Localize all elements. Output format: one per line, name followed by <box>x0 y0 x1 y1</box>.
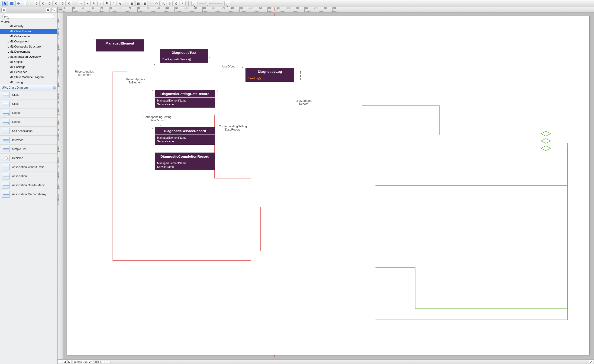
library-view-icon[interactable]: ▤ <box>1 8 6 12</box>
tree-layout-3[interactable]: ⌬ <box>47 1 53 6</box>
uml-class-managed-element[interactable]: ManagedElement <box>96 40 144 52</box>
uml-class-diagnostic-log[interactable]: DiagnosticLog ClearLog() <box>245 68 294 82</box>
multiplicity: 1 <box>300 77 301 81</box>
grid-view-icon[interactable]: ▦ <box>45 8 50 12</box>
tree-item[interactable]: UML Collaboration <box>0 34 57 39</box>
align-3[interactable]: ▦ <box>142 1 148 6</box>
multiplicity: * <box>216 135 218 138</box>
tree-root[interactable]: UML <box>0 20 57 24</box>
table-tool[interactable] <box>22 1 28 6</box>
stencil-item[interactable]: Association Many-to-Many <box>0 190 57 199</box>
tree-item[interactable]: UML Sequence <box>0 70 57 75</box>
stamp-tool[interactable]: ⎙ <box>173 1 179 6</box>
ellipse-tool[interactable] <box>15 1 21 6</box>
assoc-label: RecordApplies ToElement <box>126 78 145 84</box>
align-2[interactable]: ▦ <box>135 1 141 6</box>
stencil-icon <box>2 92 10 98</box>
uml-title: DiagnosticLog <box>246 68 294 75</box>
fit-page-icon[interactable]: ⤢ <box>589 360 593 364</box>
assoc-label: RecordApplies ToElement <box>75 70 94 77</box>
stencil-icon <box>2 101 10 107</box>
drawing-paper[interactable]: ManagedElement DiagnosticTest RunDiagnos… <box>67 16 589 355</box>
pause-icon[interactable]: ‖ <box>58 360 62 364</box>
search-toggle-icon[interactable]: 🔍 <box>51 8 56 12</box>
tree-item[interactable]: UML Object <box>0 59 57 65</box>
stencil-item[interactable]: Object <box>0 118 57 126</box>
tree-item[interactable]: UML State Machine Diagram <box>0 75 57 80</box>
connector-1[interactable]: ↘ <box>78 1 84 6</box>
stencil-item[interactable]: Association <box>0 172 57 181</box>
next-page-button[interactable]: ▶ <box>67 360 71 364</box>
stencil-icon <box>2 119 10 125</box>
stencil-label: Object <box>12 111 20 114</box>
tree-layout-6[interactable]: ⌬ <box>66 1 72 6</box>
tree-item[interactable]: UML Deployment <box>0 49 57 54</box>
canvas-area[interactable]: mm 0102030405060708090100110120130140150… <box>58 7 594 359</box>
zoom-fit[interactable]: 🔍 <box>160 1 166 6</box>
tree-item[interactable]: UML Class Diagram <box>0 29 57 34</box>
tree-layout-2[interactable]: ⌬ <box>40 1 46 6</box>
uml-class-completion-record[interactable]: DiagnosticCompletionRecord ManagedElemen… <box>155 152 215 170</box>
vertical-ruler: 1020304050607080901001101201301401501601… <box>58 13 63 359</box>
sidebar-search-input[interactable] <box>2 14 55 19</box>
stepper-icon[interactable]: ▴▾ <box>89 361 92 363</box>
stencil-item[interactable]: Simple List <box>0 145 57 154</box>
stencil-label: Self Association <box>12 129 33 133</box>
stencil-item[interactable]: Association One-to-Many <box>0 181 57 190</box>
uml-class-setting-data-record[interactable]: DiagnosticSettingDataRecord ManagedEleme… <box>155 90 215 108</box>
connector-5[interactable]: ⇅ <box>104 1 110 6</box>
stencil-item[interactable]: Self Association <box>0 126 57 136</box>
stencil-item[interactable]: Decision <box>0 154 57 163</box>
zoom-out-button[interactable]: －🔍 <box>191 1 197 6</box>
uml-class-service-record[interactable]: DiagnosticServiceRecord ManagedElementNa… <box>155 127 215 145</box>
rect-tool[interactable] <box>9 1 15 6</box>
tree-item[interactable]: UML Composite Structure <box>0 44 57 49</box>
connector-4[interactable]: ↳ <box>97 1 103 6</box>
stencil-icon <box>2 191 10 198</box>
zoom-actual[interactable]: ⟳ <box>154 1 160 6</box>
tree-item[interactable]: UML Activity <box>0 24 57 29</box>
horizontal-ruler: 0102030405060708090100110120130140150160… <box>63 7 594 13</box>
sidebar-search[interactable] <box>2 14 55 19</box>
tree-item[interactable]: UML Timing <box>0 80 57 85</box>
connector-2[interactable]: ↘ <box>84 1 90 6</box>
stencil-item[interactable]: Association without Ratio <box>0 163 57 172</box>
zoom-slider[interactable] <box>199 3 223 4</box>
stencil-section-tab[interactable]: UML Class Diagram × <box>0 85 57 90</box>
prev-page-button[interactable]: ◀ <box>63 360 67 364</box>
zoom-indicator[interactable]: Custom 76% ▴▾ <box>73 360 93 364</box>
zoom-in-button[interactable]: ＋🔍 <box>224 1 230 6</box>
multiplicity: * <box>152 127 153 131</box>
stencil-icon <box>2 182 10 188</box>
tree-layout-5[interactable]: ⌬ <box>60 1 66 6</box>
multiplicity: 1 <box>300 74 301 77</box>
close-icon[interactable]: × <box>53 86 56 89</box>
tree-item[interactable]: UML Interaction Overview <box>0 54 57 59</box>
multiplicity: * <box>152 89 153 93</box>
uml-title: ManagedElement <box>96 40 144 47</box>
edit-tool[interactable]: ✎ <box>180 1 186 6</box>
stencil-item[interactable]: Object <box>0 108 57 118</box>
stencil-icon <box>2 128 10 134</box>
page-thumbnails[interactable] <box>95 361 110 363</box>
multiplicity: * <box>94 39 95 42</box>
pointer-tool[interactable] <box>2 1 8 6</box>
main-toolbar: ⌬ ⌬ ⌬ ⌬ ⌬ ⌬ ↘ ↘ ↻ ↳ ⇅ ⇵ ⇆ ▦ ▦ ▦ ⟳ 🔍 ✋ ⎙ <box>0 0 594 7</box>
zoom-label: Custom 76% <box>74 361 88 363</box>
connector-6[interactable]: ⇵ <box>110 1 116 6</box>
hand-tool[interactable]: ✋ <box>167 1 173 6</box>
tree-layout-1[interactable]: ⌬ <box>34 1 40 6</box>
uml-class-diagnostic-test[interactable]: DiagnosticTest RunDiagnosticService() <box>160 49 208 63</box>
connector-3[interactable]: ↻ <box>91 1 97 6</box>
stencil-item[interactable]: Class <box>0 90 57 99</box>
stencil-item[interactable]: Interface <box>0 136 57 145</box>
tree-layout-4[interactable]: ⌬ <box>53 1 59 6</box>
uml-title: DiagnosticServiceRecord <box>155 127 215 134</box>
stencil-icon <box>2 155 10 161</box>
tree-item[interactable]: UML Package <box>0 65 57 70</box>
tree-item[interactable]: UML Component <box>0 39 57 44</box>
connector-7[interactable]: ⇆ <box>117 1 123 6</box>
svg-marker-8 <box>541 146 551 151</box>
align-1[interactable]: ▦ <box>129 1 135 6</box>
stencil-item[interactable]: Class <box>0 99 57 108</box>
